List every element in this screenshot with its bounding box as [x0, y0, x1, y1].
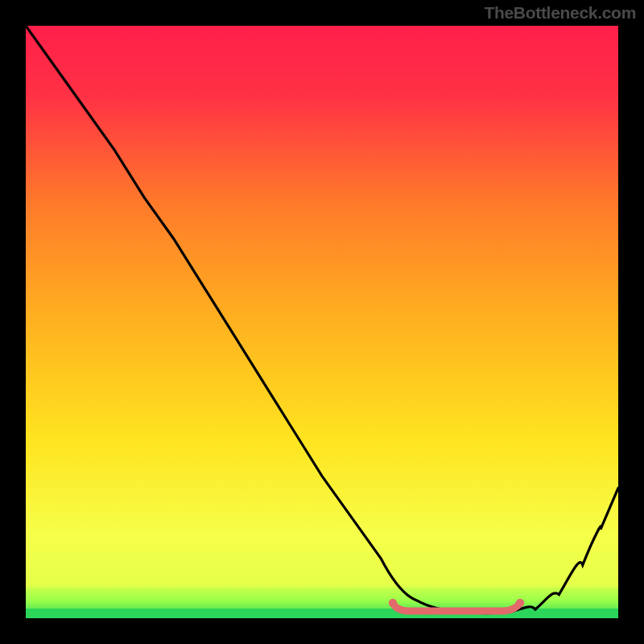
- chart-stage: TheBottleneck.com: [0, 0, 644, 644]
- green-bottom-band: [26, 609, 618, 618]
- bottleneck-plot: [26, 26, 618, 618]
- valley-cap-dot-left: [389, 599, 397, 607]
- valley-cap-dot-right: [516, 599, 524, 607]
- yellow-band: [26, 531, 618, 588]
- gradient-background: [26, 26, 618, 618]
- plot-frame: [26, 26, 618, 618]
- watermark-text: TheBottleneck.com: [484, 3, 636, 23]
